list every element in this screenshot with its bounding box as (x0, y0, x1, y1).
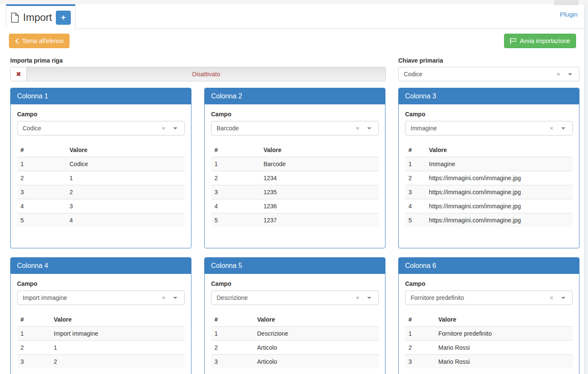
table-row: 1Immagine (405, 157, 573, 171)
row-index-cell: 5 (17, 213, 66, 227)
table-row: 1Codice (17, 157, 185, 171)
row-index-cell: 1 (211, 327, 254, 341)
field-select[interactable]: Fornitore predefinito × (405, 291, 573, 305)
row-index-cell: 2 (211, 341, 254, 355)
table-row: 1Descrizione (211, 327, 379, 341)
clear-icon[interactable]: × (550, 121, 553, 135)
field-select-value: Descrizione (217, 291, 248, 305)
field-select[interactable]: Barcode × (211, 121, 379, 135)
clear-icon[interactable]: × (550, 291, 553, 305)
panel-body: Campo Barcode × # Valore 1Barcode2123431… (205, 104, 385, 233)
row-value-cell: 1237 (260, 213, 379, 227)
clear-icon[interactable]: × (356, 121, 359, 135)
tab-plugin[interactable]: Plugin (560, 11, 578, 18)
chevron-down-icon[interactable] (173, 127, 177, 129)
table-row: 51237 (211, 213, 379, 227)
plugin-tab-stub (554, 0, 579, 5)
row-value-cell: 1235 (260, 185, 379, 199)
column-header-num: # (17, 313, 50, 327)
row-index-cell: 4 (405, 199, 426, 213)
row-value-cell: 2 (50, 355, 185, 369)
flag-icon (510, 38, 516, 44)
row-value-cell: 1 (50, 341, 185, 355)
column-panel: Colonna 1 Campo Codice × # Valore 1Codic… (10, 88, 191, 248)
values-table: # Valore 1Fornitore predefinito2Mario Ro… (405, 313, 573, 368)
column-header-valore: Valore (66, 143, 185, 157)
first-row-toggle[interactable]: ✖ Disattivato (10, 67, 386, 81)
row-value-cell: https://immagini.com/immagine.jpg (426, 199, 573, 213)
toggle-state-label[interactable]: Disattivato (27, 67, 385, 81)
table-row: 41236 (211, 199, 379, 213)
field-select[interactable]: Descrizione × (211, 291, 379, 305)
panel-title: Colonna 5 (205, 258, 385, 274)
row-index-cell: 2 (17, 171, 66, 185)
chevron-down-icon[interactable] (367, 297, 371, 299)
tab-import[interactable]: Import + (6, 4, 75, 29)
table-row: 21234 (211, 171, 379, 185)
tabbar-divider (75, 29, 584, 29)
row-value-cell: Articolo (254, 355, 379, 369)
row-index-cell: 1 (405, 327, 435, 341)
chevron-down-icon[interactable] (561, 127, 565, 129)
table-row: 32 (17, 185, 185, 199)
panel-body: Campo Import immagine × # Valore 1Import… (11, 274, 191, 374)
page-right-gutter (584, 4, 588, 374)
table-row: 5https://immagini.com/immagine.jpg (405, 213, 573, 227)
row-value-cell: 3 (66, 199, 185, 213)
column-header-num: # (405, 143, 426, 157)
chevron-down-icon[interactable] (367, 127, 371, 129)
start-import-label: Avvia importazione (520, 37, 570, 44)
clear-icon[interactable]: × (556, 67, 560, 81)
row-value-cell: Codice (66, 157, 185, 171)
field-select-value: Import immagine (23, 291, 67, 305)
field-select-value: Codice (23, 121, 41, 135)
document-icon (11, 12, 19, 23)
row-index-cell: 3 (17, 185, 66, 199)
add-column-button[interactable]: + (56, 11, 71, 25)
panel-body: Campo Codice × # Valore 1Codice21324354 (11, 104, 191, 233)
table-row: 4https://immagini.com/immagine.jpg (405, 199, 573, 213)
field-select-value: Barcode (217, 121, 239, 135)
panel-title: Colonna 2 (205, 88, 385, 104)
field-select[interactable]: Immagine × (405, 121, 573, 135)
row-index-cell: 1 (211, 157, 260, 171)
table-row: 31235 (211, 185, 379, 199)
table-header-row: # Valore (405, 143, 573, 157)
column-header-num: # (405, 313, 435, 327)
clear-icon[interactable]: × (356, 291, 359, 305)
row-index-cell: 2 (405, 171, 426, 185)
row-value-cell: Immagine (426, 157, 573, 171)
clear-icon[interactable]: × (162, 121, 165, 135)
row-index-cell: 2 (405, 341, 435, 355)
column-header-num: # (211, 143, 260, 157)
panel-body: Campo Immagine × # Valore 1Immagine2http… (399, 104, 579, 233)
chevron-down-icon[interactable] (568, 73, 572, 75)
row-index-cell: 1 (17, 327, 50, 341)
panel-title: Colonna 3 (399, 88, 579, 104)
table-row: 54 (17, 213, 185, 227)
clear-icon[interactable]: × (162, 291, 165, 305)
chevron-down-icon[interactable] (173, 297, 177, 299)
row-value-cell: Articolo (254, 341, 379, 355)
table-row: 3Articolo (211, 355, 379, 369)
row-value-cell: 1234 (260, 171, 379, 185)
table-header-row: # Valore (211, 143, 379, 157)
column-panel: Colonna 2 Campo Barcode × # Valore 1Barc… (204, 88, 385, 248)
table-header-row: # Valore (211, 313, 379, 327)
row-value-cell: Barcode (260, 157, 379, 171)
panel-body: Campo Fornitore predefinito × # Valore 1… (399, 274, 579, 374)
panel-body: Campo Descrizione × # Valore 1Descrizion… (205, 274, 385, 374)
field-select[interactable]: Codice × (17, 121, 185, 135)
table-row: 1Fornitore predefinito (405, 327, 573, 341)
table-row: 21 (17, 171, 185, 185)
row-value-cell: Mario Rossi (435, 355, 573, 369)
field-select[interactable]: Import immagine × (17, 291, 185, 305)
row-value-cell: Import immagine (50, 327, 185, 341)
back-to-list-button[interactable]: Torna all'elenco (9, 34, 70, 48)
primary-key-select[interactable]: Codice × (398, 67, 579, 81)
row-index-cell: 4 (17, 199, 66, 213)
start-import-button[interactable]: Avvia importazione (504, 34, 576, 48)
toggle-off-icon[interactable]: ✖ (11, 67, 27, 81)
field-label: Campo (17, 280, 185, 287)
chevron-down-icon[interactable] (561, 297, 565, 299)
